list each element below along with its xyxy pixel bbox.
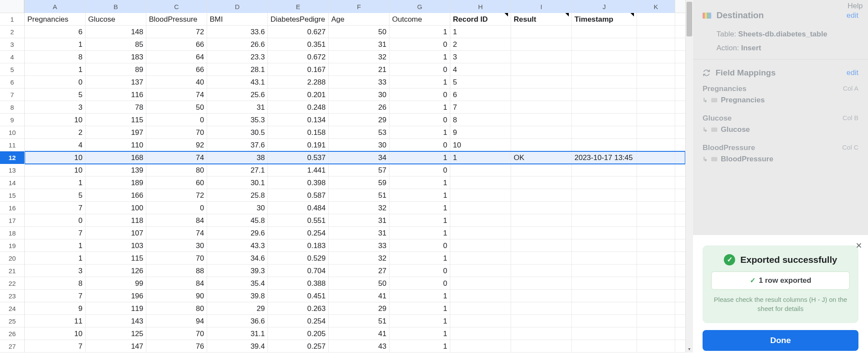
cell[interactable]: 66 [146, 63, 207, 76]
cell[interactable]: 32 [329, 252, 389, 265]
cell[interactable]: 0 [389, 38, 450, 51]
cell[interactable]: 9 [450, 126, 511, 139]
cell[interactable]: 103 [86, 239, 146, 252]
cell[interactable]: 64 [146, 51, 207, 63]
done-button[interactable]: Done [703, 330, 858, 351]
cell[interactable]: 1 [389, 315, 450, 327]
cell[interactable] [637, 302, 675, 315]
row-header[interactable]: 15 [0, 189, 24, 202]
row-header[interactable]: 11 [0, 139, 24, 151]
cell[interactable]: 32 [329, 202, 389, 214]
cell[interactable]: 1 [25, 63, 86, 76]
cell[interactable]: 183 [86, 51, 146, 63]
cell[interactable]: 1.441 [268, 164, 329, 177]
cell[interactable]: 4 [25, 139, 86, 151]
cell[interactable] [511, 51, 572, 63]
cell[interactable] [511, 63, 572, 76]
cell[interactable]: 0.134 [268, 114, 329, 126]
cell[interactable] [511, 290, 572, 302]
cell[interactable]: 30 [329, 88, 389, 101]
row-header[interactable]: 21 [0, 265, 24, 277]
row-header[interactable]: 7 [0, 88, 24, 101]
cell[interactable] [450, 315, 511, 327]
cell[interactable]: 148 [86, 26, 146, 38]
cell[interactable]: 80 [146, 302, 207, 315]
cell[interactable]: 0.248 [268, 101, 329, 114]
cell[interactable] [450, 340, 511, 353]
cell[interactable]: 5 [450, 76, 511, 88]
cell[interactable]: 0.704 [268, 265, 329, 277]
cell[interactable] [450, 302, 511, 315]
cell[interactable]: 1 [389, 51, 450, 63]
cell[interactable]: 1 [389, 177, 450, 189]
cell[interactable]: 10 [450, 139, 511, 151]
cell[interactable] [637, 227, 675, 239]
column-header-C[interactable]: C [146, 0, 207, 13]
cell[interactable] [511, 227, 572, 239]
cell[interactable]: 78 [86, 101, 146, 114]
cell[interactable] [450, 239, 511, 252]
cell[interactable] [511, 114, 572, 126]
cell[interactable]: 118 [86, 214, 146, 227]
cell[interactable]: 0.205 [268, 327, 329, 340]
cell[interactable]: 0 [389, 139, 450, 151]
cell[interactable]: 1 [389, 202, 450, 214]
cell[interactable]: 29.6 [207, 227, 268, 239]
cell[interactable] [572, 290, 637, 302]
cell[interactable]: 1 [389, 76, 450, 88]
cell[interactable] [511, 126, 572, 139]
cell[interactable]: 60 [146, 177, 207, 189]
cell[interactable]: 92 [146, 139, 207, 151]
cell[interactable] [637, 252, 675, 265]
cell[interactable]: 53 [329, 126, 389, 139]
mappings-edit-link[interactable]: edit [847, 69, 858, 77]
cell[interactable] [511, 340, 572, 353]
cell[interactable] [572, 202, 637, 214]
close-icon[interactable]: × [856, 239, 862, 252]
cell[interactable] [511, 88, 572, 101]
cell[interactable]: 29 [329, 302, 389, 315]
cell[interactable]: DiabetesPedigre [268, 13, 329, 26]
cell[interactable]: Record ID [450, 13, 511, 26]
cell[interactable]: 0.537 [268, 151, 329, 164]
cell[interactable]: 1 [389, 327, 450, 340]
cell[interactable] [637, 76, 675, 88]
cell[interactable] [637, 327, 675, 340]
cell[interactable]: 84 [146, 214, 207, 227]
cell[interactable]: 26 [329, 101, 389, 114]
cell[interactable]: 1 [389, 227, 450, 239]
cell[interactable]: 1 [389, 340, 450, 353]
cell[interactable] [637, 114, 675, 126]
cell[interactable] [511, 327, 572, 340]
cell[interactable]: 70 [146, 252, 207, 265]
row-header[interactable]: 26 [0, 327, 24, 340]
cell[interactable]: 0 [389, 164, 450, 177]
cell[interactable] [511, 265, 572, 277]
cell[interactable]: 11 [25, 315, 86, 327]
row-header[interactable]: 16 [0, 202, 24, 214]
column-header-D[interactable]: D [207, 0, 268, 13]
cell[interactable]: 2 [450, 38, 511, 51]
cell[interactable]: 74 [146, 88, 207, 101]
cell[interactable] [637, 290, 675, 302]
cell[interactable]: 33 [329, 76, 389, 88]
cell[interactable] [637, 151, 675, 164]
row-header[interactable]: 6 [0, 76, 24, 88]
cell[interactable]: Age [329, 13, 389, 26]
cell[interactable]: 39.8 [207, 290, 268, 302]
row-header[interactable]: 2 [0, 26, 24, 38]
cell[interactable]: 0 [25, 214, 86, 227]
cell[interactable]: 31 [207, 101, 268, 114]
cell[interactable]: 99 [86, 277, 146, 290]
cell[interactable]: 0.263 [268, 302, 329, 315]
cell[interactable] [511, 202, 572, 214]
cell[interactable]: 0 [389, 88, 450, 101]
cell[interactable]: Result [511, 13, 572, 26]
cell[interactable] [450, 189, 511, 202]
row-header[interactable]: 10 [0, 126, 24, 139]
cell[interactable] [637, 265, 675, 277]
column-header-G[interactable]: G [389, 0, 450, 13]
cell[interactable]: 8 [25, 51, 86, 63]
cell[interactable]: Timestamp [572, 13, 637, 26]
cell[interactable]: 0.484 [268, 202, 329, 214]
